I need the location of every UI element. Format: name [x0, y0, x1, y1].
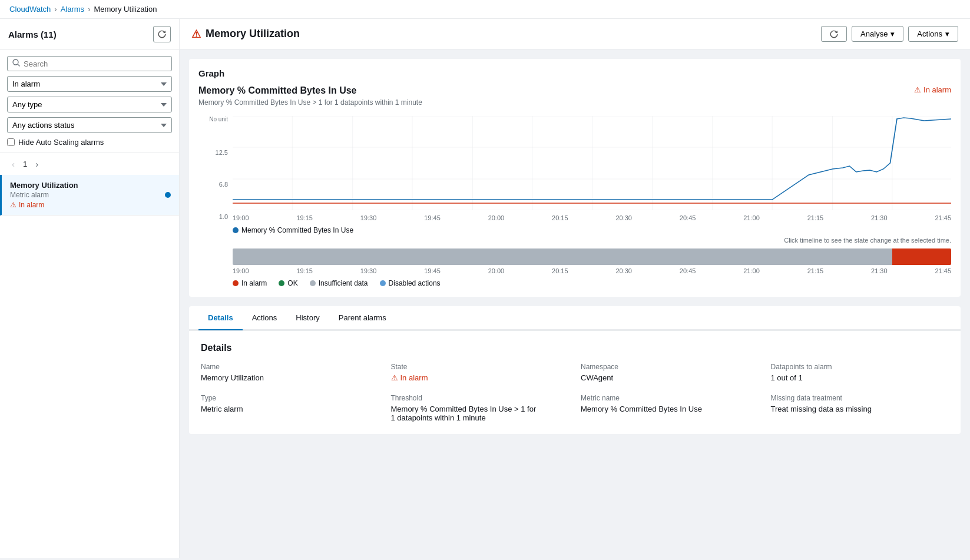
metric-title-row: Memory % Committed Bytes In Use ⚠ In ala…: [198, 85, 951, 96]
legend-disabled-label: Disabled actions: [389, 279, 441, 287]
timeline-alarm-segment: [892, 248, 951, 265]
x-label-2030: 20:30: [615, 214, 632, 221]
timeline-x-axis: 19:00 19:15 19:30 19:45 20:00 20:15 20:3…: [233, 267, 951, 274]
details-section: Details Name Memory Utilization State ⚠ …: [189, 330, 961, 434]
in-alarm-badge: ⚠ In alarm: [914, 85, 951, 94]
detail-name-value: Memory Utilization: [201, 373, 379, 382]
details-grid: Name Memory Utilization State ⚠ In alarm…: [201, 363, 949, 422]
chart-area[interactable]: 19:00 19:15 19:30 19:45 20:00 20:15 20:3…: [233, 116, 951, 221]
tl-1915: 19:15: [296, 267, 313, 274]
actions-button[interactable]: Actions ▾: [908, 26, 958, 42]
search-box[interactable]: [7, 56, 172, 71]
analyse-button[interactable]: Analyse ▾: [852, 26, 903, 42]
legend-ok: OK: [279, 279, 297, 287]
selected-indicator: [165, 192, 171, 198]
detail-datapoints-value: 1 out of 1: [771, 373, 949, 382]
tabs-bar: Details Actions History Parent alarms: [189, 306, 961, 330]
click-hint: Click timeline to see the state change a…: [233, 237, 951, 244]
graph-section-title: Graph: [198, 68, 951, 78]
detail-threshold: Threshold Memory % Committed Bytes In Us…: [391, 394, 570, 422]
sidebar-title-text: Alarms: [8, 29, 38, 39]
hide-autoscaling-label[interactable]: Hide Auto Scaling alarms: [7, 138, 172, 147]
timeline-bar[interactable]: [233, 248, 951, 265]
detail-type: Type Metric alarm: [201, 394, 379, 422]
prev-page-button[interactable]: ‹: [8, 158, 18, 170]
status-filter[interactable]: In alarm OK Insufficient data All: [7, 76, 172, 92]
breadcrumb-alarms[interactable]: Alarms: [61, 5, 84, 14]
detail-name-label: Name: [201, 363, 379, 371]
analyse-label: Analyse: [860, 29, 888, 38]
tab-parent-alarms[interactable]: Parent alarms: [329, 306, 396, 330]
state-text: In alarm: [400, 373, 428, 382]
graph-section: Graph Memory % Committed Bytes In Use ⚠ …: [189, 59, 961, 297]
svg-point-0: [13, 59, 18, 65]
tl-2100: 21:00: [743, 267, 760, 274]
type-filter[interactable]: Any type Metric alarm Composite alarm: [7, 97, 172, 112]
alarm-status-icon: ⚠: [10, 201, 16, 209]
detail-namespace-value: CWAgent: [581, 373, 759, 382]
y-value-low: 1.0: [198, 213, 228, 220]
alarm-list: Memory Utilization Metric alarm ⚠ In ala…: [0, 175, 179, 558]
search-icon: [12, 59, 20, 68]
page-title-text: Memory Utilization: [206, 28, 300, 40]
legend-in-alarm: In alarm: [233, 279, 267, 287]
sidebar-header: Alarms (11): [0, 19, 179, 50]
in-alarm-text: In alarm: [923, 85, 951, 94]
tabs-section: Details Actions History Parent alarms: [189, 306, 961, 330]
alarm-item-status: ⚠ In alarm: [10, 201, 171, 209]
detail-state-value: ⚠ In alarm: [391, 373, 570, 382]
alarm-count: 11: [44, 29, 54, 39]
actions-chevron-icon: ▾: [945, 29, 949, 38]
page-title: ⚠ Memory Utilization: [191, 28, 300, 41]
tab-actions[interactable]: Actions: [243, 306, 287, 330]
detail-datapoints-label: Datapoints to alarm: [771, 363, 949, 371]
chart-wrapper: No unit 12.5 6.8 1.0: [198, 116, 951, 221]
tab-history[interactable]: History: [286, 306, 329, 330]
tl-1930: 19:30: [360, 267, 377, 274]
detail-namespace: Namespace CWAgent: [581, 363, 759, 382]
alarm-item[interactable]: Memory Utilization Metric alarm ⚠ In ala…: [0, 175, 179, 216]
details-title: Details: [201, 343, 949, 353]
tl-2130: 21:30: [871, 267, 888, 274]
actions-filter-wrapper: Any actions status Actions enabled Actio…: [7, 117, 172, 133]
tl-2045: 20:45: [680, 267, 696, 274]
search-input[interactable]: [24, 59, 167, 68]
alarm-warning-icon: ⚠: [191, 28, 201, 41]
page-number: 1: [23, 160, 27, 168]
legend-metric-label: Memory % Committed Bytes In Use: [241, 226, 353, 234]
x-label-2145: 21:45: [935, 214, 951, 221]
chart-y-axis: No unit 12.5 6.8 1.0: [198, 116, 228, 221]
sidebar-refresh-button[interactable]: [153, 26, 171, 42]
detail-metric-name-label: Metric name: [581, 394, 759, 402]
tl-2015: 20:15: [552, 267, 568, 274]
chart-x-axis: 19:00 19:15 19:30 19:45 20:00 20:15 20:3…: [233, 212, 951, 221]
y-value-high: 12.5: [198, 149, 228, 156]
refresh-button[interactable]: [821, 26, 847, 42]
detail-metric-name: Metric name Memory % Committed Bytes In …: [581, 394, 759, 422]
tl-1945: 19:45: [424, 267, 441, 274]
breadcrumb-cloudwatch[interactable]: CloudWatch: [9, 5, 51, 14]
chart-legend: Memory % Committed Bytes In Use: [233, 226, 951, 234]
svg-line-1: [18, 64, 20, 67]
next-page-button[interactable]: ›: [32, 158, 42, 170]
timeline-section: 19:00 19:15 19:30 19:45 20:00 20:15 20:3…: [233, 248, 951, 274]
tab-details[interactable]: Details: [198, 306, 243, 330]
y-label-no-unit: No unit: [198, 116, 228, 122]
header-actions: Analyse ▾ Actions ▾: [821, 26, 958, 42]
actions-status-filter[interactable]: Any actions status Actions enabled Actio…: [7, 117, 172, 133]
tl-2145: 21:45: [935, 267, 951, 274]
in-alarm-icon: ⚠: [914, 85, 921, 94]
sidebar-title: Alarms (11): [8, 29, 57, 39]
hide-autoscaling-checkbox[interactable]: [7, 138, 15, 146]
detail-datapoints: Datapoints to alarm 1 out of 1: [771, 363, 949, 382]
alarm-item-name: Memory Utilization: [10, 181, 171, 190]
detail-threshold-label: Threshold: [391, 394, 570, 402]
x-label-2000: 20:00: [488, 214, 505, 221]
detail-missing-data: Missing data treatment Treat missing dat…: [771, 394, 949, 422]
legend-insufficient-dot: [310, 280, 316, 286]
status-legend: In alarm OK Insufficient data Disabled a…: [233, 279, 951, 287]
detail-missing-data-value: Treat missing data as missing: [771, 405, 949, 413]
sidebar: Alarms (11) In: [0, 19, 180, 558]
y-value-mid: 6.8: [198, 181, 228, 188]
pagination: ‹ 1 ›: [0, 153, 179, 175]
